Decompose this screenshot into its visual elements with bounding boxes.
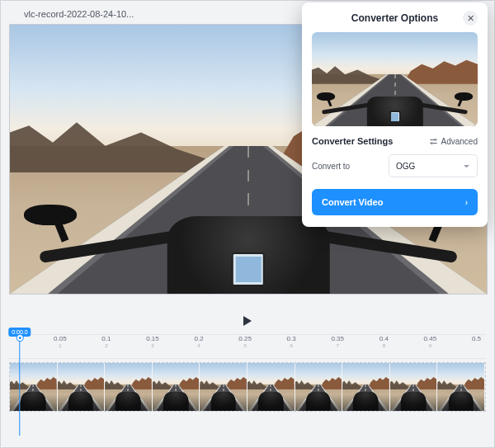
svg-point-0 xyxy=(434,139,436,140)
converter-options-panel: Converter Options ✕ C xyxy=(302,2,488,227)
ruler-tick: 0.12 xyxy=(101,335,111,348)
ruler-tick-label: 0.1 xyxy=(101,335,111,342)
ruler-tick-label: 0.25 xyxy=(238,335,252,342)
ruler-tick: 0.357 xyxy=(331,335,344,348)
timeline-ruler[interactable]: 0:00.0 0.0510.120.1530.240.2550.360.3570… xyxy=(9,334,486,359)
playhead[interactable]: 0:00.0 xyxy=(8,328,31,436)
ruler-tick-sub: 8 xyxy=(380,343,389,348)
timeline-frame[interactable] xyxy=(295,363,343,411)
convert-to-label: Convert to xyxy=(312,162,350,171)
sliders-icon xyxy=(429,137,438,146)
play-icon[interactable] xyxy=(243,316,252,326)
ruler-tick-sub: 1 xyxy=(54,343,67,348)
ruler-tick-label: 0.45 xyxy=(424,335,437,342)
advanced-label: Advanced xyxy=(441,137,478,146)
ruler-tick: 0.153 xyxy=(146,335,159,348)
ruler-tick-sub: 9 xyxy=(424,343,437,348)
timeline-frame[interactable] xyxy=(248,363,295,411)
ruler-tick-label: 0.4 xyxy=(380,335,389,342)
ruler-tick-sub: 2 xyxy=(101,343,111,348)
timeline-frame[interactable] xyxy=(200,363,248,411)
close-icon[interactable]: ✕ xyxy=(463,11,478,26)
app-frame: vlc-record-2022-08-24-10... Converter Op… xyxy=(0,0,495,448)
transport-bar xyxy=(9,311,486,331)
timeline-frame[interactable] xyxy=(153,363,200,411)
timeline-frame[interactable] xyxy=(58,363,106,411)
ruler-tick-sub: 6 xyxy=(287,343,296,348)
ruler-tick: 0.255 xyxy=(238,335,252,348)
ruler-tick: 0.36 xyxy=(287,335,296,348)
ruler-tick-label: 0.3 xyxy=(287,335,296,342)
arrow-right-icon: › xyxy=(465,198,468,207)
ruler-tick: 0.5 xyxy=(472,335,481,343)
ruler-tick-label: 0.15 xyxy=(146,335,159,342)
ruler-tick-label: 0.2 xyxy=(194,335,203,342)
ruler-tick-label: 0.35 xyxy=(331,335,344,342)
convert-video-button[interactable]: Convert Video › xyxy=(312,189,478,215)
format-select[interactable]: OGG xyxy=(389,154,478,177)
ruler-tick-sub: 3 xyxy=(146,343,159,348)
timeline-frame[interactable] xyxy=(342,363,390,411)
panel-title: Converter Options xyxy=(351,12,438,24)
cta-label: Convert Video xyxy=(322,197,383,207)
ruler-tick-sub: 4 xyxy=(194,343,203,348)
ruler-tick-sub: 7 xyxy=(331,343,344,348)
settings-heading: Converter Settings xyxy=(312,136,393,146)
advanced-link[interactable]: Advanced xyxy=(429,137,478,146)
ruler-tick: 0.24 xyxy=(194,335,203,348)
format-selected-value: OGG xyxy=(396,162,415,171)
timeline-frame[interactable] xyxy=(390,363,438,411)
ruler-tick: 0.48 xyxy=(380,335,389,348)
svg-point-1 xyxy=(431,142,432,144)
chevron-down-icon xyxy=(463,163,470,170)
panel-thumbnail xyxy=(312,32,478,126)
timeline-frame[interactable] xyxy=(437,363,485,411)
filename-label: vlc-record-2022-08-24-10... xyxy=(24,9,134,19)
ruler-tick-label: 0.5 xyxy=(472,335,481,342)
ruler-tick: 0.051 xyxy=(54,335,67,348)
timeline-frame[interactable] xyxy=(105,363,153,411)
ruler-tick-sub: 5 xyxy=(238,343,252,348)
timeline-frames-strip[interactable] xyxy=(9,362,486,412)
ruler-tick-label: 0.05 xyxy=(54,335,67,342)
ruler-tick: 0.459 xyxy=(424,335,437,348)
